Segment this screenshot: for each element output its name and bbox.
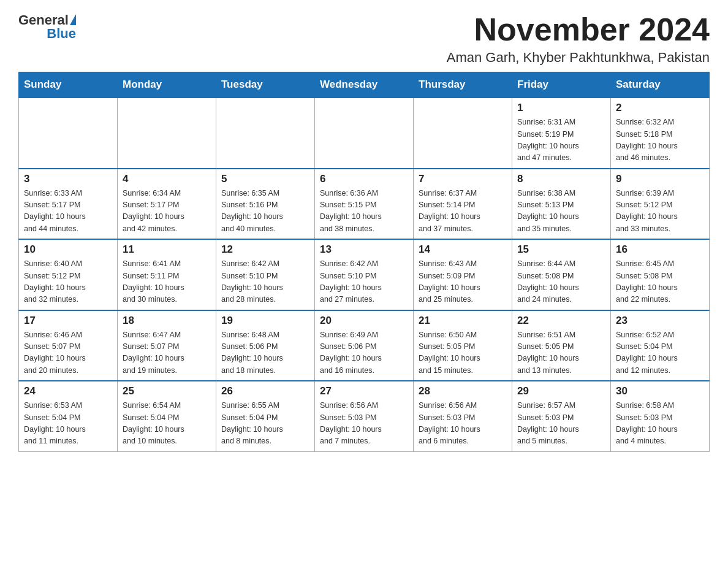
- day-info: Sunrise: 6:47 AMSunset: 5:07 PMDaylight:…: [123, 329, 211, 377]
- day-info: Sunrise: 6:32 AMSunset: 5:18 PMDaylight:…: [616, 117, 704, 164]
- day-info: Sunrise: 6:31 AMSunset: 5:19 PMDaylight:…: [517, 117, 605, 164]
- day-number: 13: [320, 243, 408, 256]
- day-info: Sunrise: 6:52 AMSunset: 5:04 PMDaylight:…: [616, 329, 704, 377]
- table-row: 20Sunrise: 6:49 AMSunset: 5:06 PMDayligh…: [315, 310, 414, 381]
- table-row: [414, 98, 512, 169]
- day-info: Sunrise: 6:56 AMSunset: 5:03 PMDaylight:…: [320, 400, 408, 448]
- table-row: 10Sunrise: 6:40 AMSunset: 5:12 PMDayligh…: [19, 239, 118, 310]
- day-info: Sunrise: 6:43 AMSunset: 5:09 PMDaylight:…: [419, 258, 507, 306]
- day-number: 8: [517, 173, 605, 185]
- table-row: 28Sunrise: 6:56 AMSunset: 5:03 PMDayligh…: [414, 381, 512, 451]
- day-info: Sunrise: 6:57 AMSunset: 5:03 PMDaylight:…: [517, 400, 605, 448]
- table-row: 18Sunrise: 6:47 AMSunset: 5:07 PMDayligh…: [118, 310, 216, 381]
- day-number: 26: [221, 385, 309, 397]
- day-number: 24: [24, 385, 112, 397]
- day-number: 11: [123, 243, 211, 256]
- day-number: 5: [221, 173, 309, 185]
- table-row: 6Sunrise: 6:36 AMSunset: 5:15 PMDaylight…: [315, 169, 414, 240]
- day-info: Sunrise: 6:53 AMSunset: 5:04 PMDaylight:…: [24, 400, 112, 448]
- calendar-week-row: 17Sunrise: 6:46 AMSunset: 5:07 PMDayligh…: [19, 310, 710, 381]
- day-number: 19: [221, 315, 309, 327]
- header-monday: Monday: [118, 72, 216, 98]
- table-row: 5Sunrise: 6:35 AMSunset: 5:16 PMDaylight…: [216, 169, 315, 240]
- header-wednesday: Wednesday: [315, 72, 414, 98]
- day-info: Sunrise: 6:48 AMSunset: 5:06 PMDaylight:…: [221, 329, 309, 377]
- day-info: Sunrise: 6:45 AMSunset: 5:08 PMDaylight:…: [616, 258, 704, 306]
- day-info: Sunrise: 6:38 AMSunset: 5:13 PMDaylight:…: [517, 188, 605, 236]
- table-row: 3Sunrise: 6:33 AMSunset: 5:17 PMDaylight…: [19, 169, 118, 240]
- day-number: 18: [123, 315, 211, 327]
- table-row: [19, 98, 118, 169]
- day-info: Sunrise: 6:37 AMSunset: 5:14 PMDaylight:…: [419, 188, 507, 236]
- table-row: 25Sunrise: 6:54 AMSunset: 5:04 PMDayligh…: [118, 381, 216, 451]
- day-info: Sunrise: 6:42 AMSunset: 5:10 PMDaylight:…: [221, 258, 309, 306]
- day-number: 22: [517, 315, 605, 327]
- day-number: 15: [517, 243, 605, 256]
- header-friday: Friday: [512, 72, 611, 98]
- table-row: 22Sunrise: 6:51 AMSunset: 5:05 PMDayligh…: [512, 310, 611, 381]
- day-number: 16: [616, 243, 704, 256]
- day-info: Sunrise: 6:55 AMSunset: 5:04 PMDaylight:…: [221, 400, 309, 448]
- table-row: [216, 98, 315, 169]
- day-number: 28: [419, 385, 507, 397]
- day-number: 27: [320, 385, 408, 397]
- table-row: 24Sunrise: 6:53 AMSunset: 5:04 PMDayligh…: [19, 381, 118, 451]
- header-tuesday: Tuesday: [216, 72, 315, 98]
- header-saturday: Saturday: [611, 72, 710, 98]
- day-info: Sunrise: 6:40 AMSunset: 5:12 PMDaylight:…: [24, 258, 112, 306]
- day-info: Sunrise: 6:46 AMSunset: 5:07 PMDaylight:…: [24, 329, 112, 377]
- day-number: 6: [320, 173, 408, 185]
- calendar-week-row: 10Sunrise: 6:40 AMSunset: 5:12 PMDayligh…: [19, 239, 710, 310]
- day-info: Sunrise: 6:35 AMSunset: 5:16 PMDaylight:…: [221, 188, 309, 236]
- day-number: 3: [24, 173, 112, 185]
- table-row: 7Sunrise: 6:37 AMSunset: 5:14 PMDaylight…: [414, 169, 512, 240]
- logo-triangle-icon: [70, 14, 76, 25]
- day-info: Sunrise: 6:50 AMSunset: 5:05 PMDaylight:…: [419, 329, 507, 377]
- location: Aman Garh, Khyber Pakhtunkhwa, Pakistan: [447, 50, 710, 66]
- table-row: [315, 98, 414, 169]
- day-info: Sunrise: 6:51 AMSunset: 5:05 PMDaylight:…: [517, 329, 605, 377]
- logo-text-blue: Blue: [47, 26, 76, 42]
- table-row: 8Sunrise: 6:38 AMSunset: 5:13 PMDaylight…: [512, 169, 611, 240]
- table-row: 2Sunrise: 6:32 AMSunset: 5:18 PMDaylight…: [611, 98, 710, 169]
- day-number: 29: [517, 385, 605, 397]
- day-number: 21: [419, 315, 507, 327]
- day-number: 30: [616, 385, 704, 397]
- day-number: 23: [616, 315, 704, 327]
- table-row: 26Sunrise: 6:55 AMSunset: 5:04 PMDayligh…: [216, 381, 315, 451]
- page-header: General Blue November 2024 Aman Garh, Kh…: [18, 12, 710, 66]
- day-info: Sunrise: 6:36 AMSunset: 5:15 PMDaylight:…: [320, 188, 408, 236]
- table-row: 4Sunrise: 6:34 AMSunset: 5:17 PMDaylight…: [118, 169, 216, 240]
- table-row: 13Sunrise: 6:42 AMSunset: 5:10 PMDayligh…: [315, 239, 414, 310]
- day-info: Sunrise: 6:42 AMSunset: 5:10 PMDaylight:…: [320, 258, 408, 306]
- table-row: 9Sunrise: 6:39 AMSunset: 5:12 PMDaylight…: [611, 169, 710, 240]
- day-number: 7: [419, 173, 507, 185]
- table-row: 29Sunrise: 6:57 AMSunset: 5:03 PMDayligh…: [512, 381, 611, 451]
- table-row: 14Sunrise: 6:43 AMSunset: 5:09 PMDayligh…: [414, 239, 512, 310]
- table-row: 30Sunrise: 6:58 AMSunset: 5:03 PMDayligh…: [611, 381, 710, 451]
- table-row: 19Sunrise: 6:48 AMSunset: 5:06 PMDayligh…: [216, 310, 315, 381]
- header-thursday: Thursday: [414, 72, 512, 98]
- table-row: 16Sunrise: 6:45 AMSunset: 5:08 PMDayligh…: [611, 239, 710, 310]
- day-info: Sunrise: 6:56 AMSunset: 5:03 PMDaylight:…: [419, 400, 507, 448]
- day-info: Sunrise: 6:39 AMSunset: 5:12 PMDaylight:…: [616, 188, 704, 236]
- day-number: 10: [24, 243, 112, 256]
- month-title: November 2024: [447, 12, 710, 47]
- day-number: 2: [616, 102, 704, 114]
- table-row: 15Sunrise: 6:44 AMSunset: 5:08 PMDayligh…: [512, 239, 611, 310]
- day-number: 17: [24, 315, 112, 327]
- day-info: Sunrise: 6:49 AMSunset: 5:06 PMDaylight:…: [320, 329, 408, 377]
- day-info: Sunrise: 6:58 AMSunset: 5:03 PMDaylight:…: [616, 400, 704, 448]
- day-number: 14: [419, 243, 507, 256]
- table-row: 17Sunrise: 6:46 AMSunset: 5:07 PMDayligh…: [19, 310, 118, 381]
- day-number: 4: [123, 173, 211, 185]
- title-block: November 2024 Aman Garh, Khyber Pakhtunk…: [447, 12, 710, 66]
- table-row: 27Sunrise: 6:56 AMSunset: 5:03 PMDayligh…: [315, 381, 414, 451]
- calendar-week-row: 3Sunrise: 6:33 AMSunset: 5:17 PMDaylight…: [19, 169, 710, 240]
- weekday-header-row: Sunday Monday Tuesday Wednesday Thursday…: [19, 72, 710, 98]
- header-sunday: Sunday: [19, 72, 118, 98]
- table-row: 23Sunrise: 6:52 AMSunset: 5:04 PMDayligh…: [611, 310, 710, 381]
- table-row: 1Sunrise: 6:31 AMSunset: 5:19 PMDaylight…: [512, 98, 611, 169]
- day-info: Sunrise: 6:41 AMSunset: 5:11 PMDaylight:…: [123, 258, 211, 306]
- day-info: Sunrise: 6:54 AMSunset: 5:04 PMDaylight:…: [123, 400, 211, 448]
